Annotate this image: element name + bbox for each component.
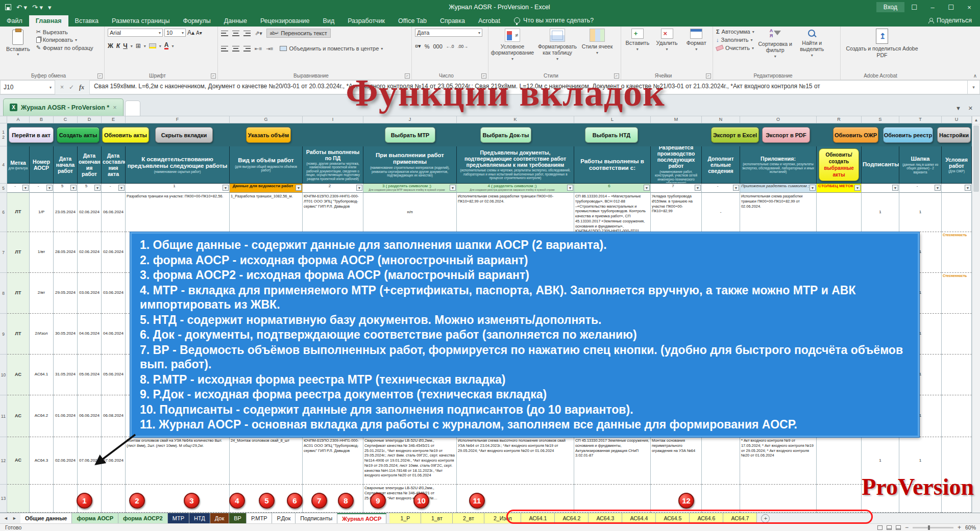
font-size-select[interactable]: 10▾ bbox=[164, 29, 186, 37]
cell-b11[interactable]: АС64.2 bbox=[30, 395, 54, 437]
cell-c10[interactable]: 31.05.2024 bbox=[54, 355, 78, 395]
col-R[interactable]: R bbox=[817, 116, 862, 123]
cell-c13[interactable] bbox=[54, 485, 78, 513]
tab-home[interactable]: Главная bbox=[29, 15, 68, 27]
header-data-sostavleniya[interactable]: Дата составле ния акта bbox=[102, 146, 126, 184]
fill-button[interactable]: ↓Заполнить▾ bbox=[716, 37, 754, 43]
sheet-tab-podpisanty[interactable]: Подписанты bbox=[296, 513, 337, 523]
login-button[interactable]: Вход bbox=[876, 2, 904, 12]
cell-u8[interactable]: Стесненность bbox=[942, 273, 972, 314]
cell-a12[interactable]: АС bbox=[7, 437, 30, 485]
cell-d7[interactable]: 02.06.2024 bbox=[78, 232, 102, 273]
accounting-format-icon[interactable]: ¤▾ bbox=[415, 43, 421, 49]
create-pdf-button[interactable]: Создать и поделиться Adobe PDF bbox=[844, 29, 920, 58]
tab-office-tab[interactable]: Office Tab bbox=[391, 15, 433, 27]
cell-u11[interactable] bbox=[942, 395, 972, 437]
decrease-decimal-icon[interactable]: .00→ bbox=[457, 44, 468, 49]
grow-font-icon[interactable]: А▴ bbox=[187, 29, 194, 36]
font-dialog-launcher[interactable]: ⌐ bbox=[211, 73, 216, 79]
filter-dropdown-icon[interactable]: ▼ bbox=[892, 185, 898, 191]
tab-developer[interactable]: Разработчик bbox=[341, 15, 391, 27]
insert-cells-button[interactable]: Вставить▾ bbox=[624, 29, 651, 52]
col-D[interactable]: D bbox=[78, 116, 102, 123]
tab-scroll-right-icon[interactable]: ► bbox=[12, 516, 17, 521]
tab-view[interactable]: Вид bbox=[316, 15, 341, 27]
cell-u6[interactable] bbox=[942, 193, 972, 232]
delete-cells-button[interactable]: Удалить▾ bbox=[654, 29, 680, 52]
cell-c11[interactable]: 01.06.2024 bbox=[54, 395, 78, 437]
filter-b[interactable]: -▼ bbox=[30, 184, 54, 193]
increase-indent-icon[interactable]: ⇥≡ bbox=[266, 46, 273, 52]
export-excel-button[interactable]: Экспорт в Excel bbox=[711, 127, 759, 143]
filter-dropdown-icon[interactable]: ▼ bbox=[854, 185, 861, 191]
header-data-okonchaniya[interactable]: Дата окончан ия работ bbox=[78, 146, 102, 184]
merge-center-button[interactable]: Объединить и поместить в центре▾ bbox=[277, 44, 385, 53]
sheet-tab-forma-aosr2[interactable]: форма АОСР2 bbox=[118, 513, 168, 523]
cell-a11[interactable]: АС bbox=[7, 395, 30, 437]
header-primeneny[interactable]: При выполнении работ применены(наименова… bbox=[363, 146, 457, 184]
update-create-selected-acts-button[interactable]: Обновить/создать выбранныеакты bbox=[819, 148, 859, 181]
cut-button[interactable]: ✂Вырезать bbox=[36, 29, 93, 35]
col-E[interactable]: E bbox=[102, 116, 126, 123]
header-prilozheniya[interactable]: Приложения:(исполнительные схемы и черте… bbox=[740, 146, 817, 184]
cell-b12[interactable]: АС64.3 bbox=[30, 437, 54, 485]
col-L[interactable]: L bbox=[574, 116, 651, 123]
enter-icon[interactable]: ✓ bbox=[69, 84, 74, 91]
row-header-5[interactable]: 5 bbox=[0, 184, 7, 193]
filter-l[interactable]: 6▼ bbox=[574, 184, 651, 193]
tab-review[interactable]: Рецензирование bbox=[254, 15, 316, 27]
cell-e6[interactable]: 06.06.2024 bbox=[102, 193, 126, 232]
shrink-font-icon[interactable]: А▾ bbox=[196, 30, 202, 36]
header-raboty[interactable]: К освидетельствованию предъявлены следую… bbox=[126, 146, 230, 184]
select-ntd-button[interactable]: Выбрать НТД bbox=[585, 127, 638, 143]
tab-insert[interactable]: Вставка bbox=[68, 15, 105, 27]
scrollbar-thumb[interactable] bbox=[973, 125, 979, 192]
filter-j[interactable]: 3 ( разделять символом ;)Для создания ре… bbox=[363, 184, 457, 193]
office-tab-close-icon[interactable]: ✕ bbox=[968, 105, 973, 112]
header-sootvetstvie[interactable]: Работы выполнены в соответствии с: bbox=[574, 146, 651, 184]
collapse-ribbon-icon[interactable]: ∧ bbox=[973, 73, 977, 79]
row-header-13[interactable]: 13 bbox=[0, 485, 7, 513]
cell-b7[interactable]: 1/вт bbox=[30, 232, 54, 273]
select-docs-button[interactable]: Выбрать Док-ты bbox=[480, 127, 531, 143]
clear-button[interactable]: Очистить▾ bbox=[716, 45, 754, 51]
align-right-icon[interactable] bbox=[243, 46, 251, 52]
row-header-1-2[interactable]: 12 bbox=[0, 123, 7, 146]
filter-dropdown-icon[interactable]: ▼ bbox=[223, 185, 229, 191]
header-dop-svedeniya[interactable]: Дополнит ельные сведения bbox=[702, 146, 740, 184]
settings-button[interactable]: Настройки bbox=[937, 127, 971, 143]
cell-r6[interactable] bbox=[817, 193, 862, 232]
zoom-slider[interactable] bbox=[913, 527, 953, 528]
sheet-tab-zhurnal-aosr[interactable]: Журнал АОСР bbox=[337, 513, 386, 523]
decrease-indent-icon[interactable]: ⇤≡ bbox=[255, 46, 262, 52]
cell-e11[interactable]: 06.08.2024 bbox=[102, 395, 126, 437]
sheet-tab-ntd[interactable]: НТД bbox=[189, 513, 210, 523]
cell-u7[interactable]: Стесненность bbox=[942, 232, 972, 273]
filter-c[interactable]: 5▼ bbox=[54, 184, 78, 193]
cell-c7[interactable]: 28.05.2024 bbox=[54, 232, 78, 273]
cell-l12[interactable]: СП 45.13330.2017 Земляные сооружения, ос… bbox=[574, 437, 651, 485]
filter-dropdown-icon[interactable]: ▼ bbox=[450, 185, 456, 191]
cell-styles-button[interactable]: Стили ячеек▾ bbox=[581, 29, 613, 55]
sheet-tab-obshchie-dannye[interactable]: Общие данные bbox=[20, 513, 72, 523]
share-button[interactable]: Поделиться bbox=[920, 17, 980, 27]
export-pdf-button[interactable]: Экспорт в PDF bbox=[762, 127, 810, 143]
italic-button[interactable]: К bbox=[116, 42, 120, 49]
redo-icon[interactable]: ↷ ▾ bbox=[32, 4, 43, 11]
office-tab-dropdown-icon[interactable]: ▼ bbox=[955, 105, 961, 112]
select-all-corner[interactable] bbox=[0, 116, 7, 123]
filter-e[interactable]: -▼ bbox=[102, 184, 126, 193]
sheet-tab-mtr[interactable]: МТР bbox=[168, 513, 189, 523]
filter-dropdown-icon[interactable]: ▼ bbox=[695, 185, 701, 191]
page-layout-view-icon[interactable] bbox=[887, 525, 892, 530]
conditional-formatting-button[interactable]: Условное форматирование▾ bbox=[492, 29, 533, 61]
cell-l6[interactable]: СП 86.13330.2014 – «Магистральные трубоп… bbox=[574, 193, 651, 232]
align-center-icon[interactable] bbox=[232, 46, 239, 52]
filter-s[interactable]: ▼ bbox=[862, 184, 899, 193]
zoom-out-icon[interactable]: − bbox=[905, 524, 909, 531]
cell-o6[interactable]: Исполнительная схема разработки траншеи … bbox=[740, 193, 817, 232]
sheet-tab-r-mtr[interactable]: Р.МТР bbox=[247, 513, 273, 523]
header-razreshaetsya[interactable]: Разрешается производство последующих раб… bbox=[651, 146, 702, 184]
filter-k[interactable]: 4 ( разделять символом ;)Для создания ре… bbox=[457, 184, 574, 193]
row-header-10[interactable]: 10 bbox=[0, 355, 7, 395]
